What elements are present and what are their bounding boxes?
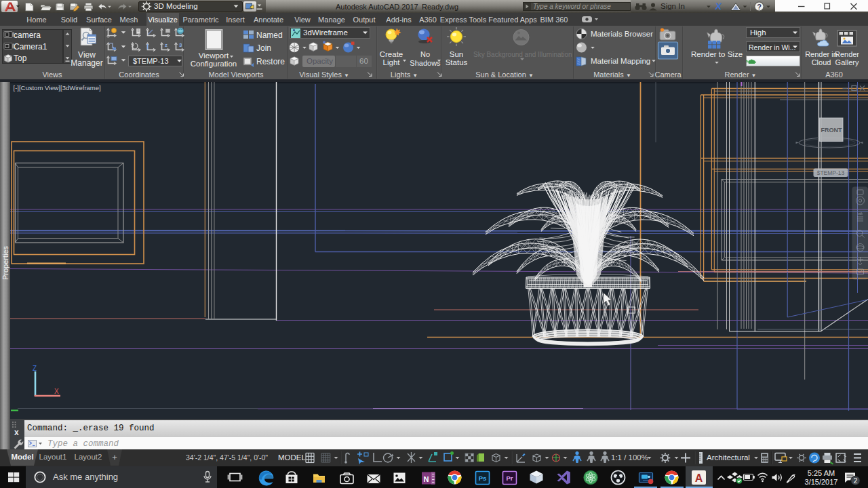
svg-text:FRONT: FRONT: [821, 127, 842, 134]
svg-text:[-][Custom View][3dWireframe]: [-][Custom View][3dWireframe]: [14, 84, 101, 92]
svg-text:X: X: [54, 388, 59, 395]
svg-text:Z: Z: [33, 365, 37, 372]
svg-text:$TEMP-13: $TEMP-13: [817, 169, 845, 176]
